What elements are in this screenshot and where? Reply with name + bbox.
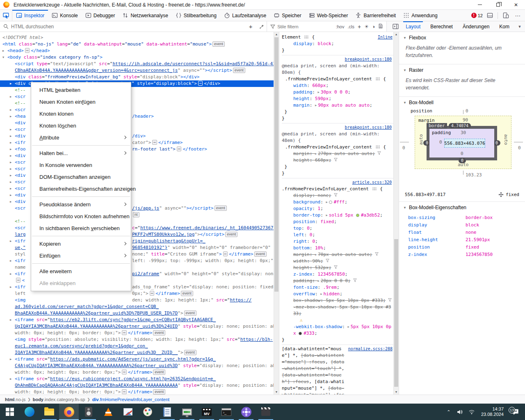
color-swatch[interactable] [329,201,332,204]
menu-item-create-new-node[interactable]: Neuen Knoten einfügen [31,96,131,108]
event-badge[interactable]: event [212,41,225,47]
expand-twisty-icon[interactable]: ▶ [10,376,15,382]
event-badge[interactable]: event [233,68,245,73]
sidebar-tab-berechnet[interactable]: Berechnet [425,21,458,32]
tree-node-row[interactable]: left0px;">⋯</iframe>event [0,290,279,297]
sidebar-tab-layout[interactable]: Layout [401,21,425,32]
expand-twisty-icon[interactable]: ▶ [10,113,15,120]
box-model-property-row[interactable]: floatnone [408,229,525,236]
rule-selector[interactable]: .frnHomePreviewInfoLayer_content { [282,186,393,192]
menu-item-copy[interactable]: Kopieren [31,238,131,250]
padding-region[interactable]: padding 30 0 0 0 556.883×463.076 [429,129,494,158]
expand-twisty-icon[interactable]: ▶ [10,271,15,277]
menu-item-edit-html[interactable]: HTML bearbeiten [31,84,131,96]
menu-item-screenshot-node[interactable]: Bildschirmfoto von Knoten aufnehmen [31,210,131,222]
markup-scrollbar[interactable]: ▲ ▼ [274,32,279,395]
audio-player-icon[interactable] [79,404,98,420]
tab-memory[interactable]: Speicher [270,10,305,21]
notepad-icon[interactable] [158,404,177,420]
restore-button[interactable] [489,0,507,10]
expand-twisty-icon[interactable]: ▶ [10,146,15,153]
css-declaration[interactable]: -moz-box-shadow: 5px 5px 10px 0px #333; [282,304,393,317]
eyedropper-button[interactable] [256,22,267,32]
event-badge[interactable]: nt [133,212,139,217]
menu-item-collapse-all[interactable]: Alle einklappen [31,277,131,289]
rule-selector[interactable]: .frnHomePreviewInfoLayer_content { [282,76,393,82]
tree-node-row[interactable]: ▶<iframe src="https://ads.pubmatic.com/A… [0,356,279,363]
menu-item-delete-node[interactable]: Knoten löschen [31,120,131,132]
rule-source-link[interactable]: break­point.scss:180 [345,125,392,130]
event-badge[interactable]: event [184,350,196,355]
filter-property-icon[interactable] [326,258,329,265]
padding-top-value[interactable]: 30 [461,130,466,135]
paint-icon[interactable] [138,404,158,420]
filter-property-icon[interactable] [353,278,357,284]
system-monitor-icon[interactable] [177,404,197,420]
event-badge[interactable]: event [215,205,227,211]
expand-twisty-icon[interactable]: ▶ [10,185,15,192]
border-bottom-value[interactable]: 0 [459,158,466,163]
margin-left-value[interactable]: auto [418,134,424,145]
three-pane-toggle-button[interactable] [390,22,401,32]
menu-item-break-on[interactable]: Halten bei... [31,147,131,159]
add-node-button[interactable]: + [245,22,256,32]
tree-node-row[interactable]: CBhaAEAXoB44A.YAAAAAAAAAAA&gdpr_version=… [0,67,279,74]
tab-styleeditor[interactable]: Stilbearbeitung [172,10,220,21]
pick-element-button[interactable] [0,10,12,21]
margin-region[interactable]: margin 90 auto auto auto border 4.74074 … [415,116,511,169]
boxmodel-properties-header[interactable]: ▼ Box-Modell-Eigenschaften [399,201,525,213]
menu-item-show-accessibility-properties[interactable]: Barrierefreiheits-Eigenschaften anzeigen [31,183,131,195]
menu-item-show-dom-properties[interactable]: DOM-Eigenschaften anzeigen [31,171,131,183]
padding-bottom-value[interactable]: 0 [461,151,463,156]
css-declaration[interactable]: font-size: .9rem; [282,284,393,291]
rules-scrollbar[interactable]: ▲ ▼ [393,32,399,395]
taskbar-clock[interactable]: 14:37 23.08.2024 [478,406,507,417]
notification-center-button[interactable]: 13 [508,409,523,415]
expand-twisty-icon[interactable]: ▶ [10,258,15,264]
tab-debugger[interactable]: Debugger [82,10,119,21]
position-left-value[interactable]: 0 [402,145,405,151]
color-swatch[interactable] [299,332,302,335]
css-declaration[interactable]: -webkit-box-shadow: ▶5px 5px 10px 0px #3… [282,324,393,337]
position-right-value[interactable]: 0 [518,145,521,151]
tab-accessibility[interactable]: Barrierefreiheit [352,10,399,21]
filter-property-icon[interactable] [377,151,381,157]
collapsed-children-badge[interactable]: ⋯ [152,140,157,145]
tree-node-row[interactable]: width: 0px; height: 0px; border: 0px;">⋯… [0,389,279,395]
event-badge[interactable]: event [153,370,165,375]
rule-selector[interactable]: Element { [282,34,375,41]
filter-property-icon[interactable] [388,297,392,304]
css-declaration[interactable]: margin: ▶90px auto auto auto; [282,102,393,109]
expand-twisty-icon[interactable]: ▶ [10,192,15,199]
movie-app-icon[interactable] [256,404,276,420]
css-declaration[interactable]: left: 0; [282,232,393,238]
tree-node-row[interactable]: <div class="frnHomePreviewInfoLayer_bg" … [0,74,279,80]
expand-twisty-icon[interactable]: ▶ [10,356,15,363]
menu-item-scroll-into-view[interactable]: In sichtbaren Bereich verschieben [31,222,131,234]
tree-node-row[interactable]: ad.360yield.com/server_match?gdpr=1&gdpr… [0,304,279,310]
content-region[interactable]: 556.883×463.076 [444,139,485,148]
sidebar-tab-kom[interactable]: Kom [494,21,514,32]
css-declaration[interactable]: box-shadow: 5px 5px 10px 0px #333; [282,297,393,304]
collapsed-children-badge[interactable]: ⋯ [122,370,126,374]
flexbox-section-header[interactable]: ▼ Flexbox [399,32,525,43]
tree-node-row[interactable]: <html class="no-js" lang="de" data-whati… [0,41,279,48]
box-model-property-row[interactable]: displayblock [408,221,525,229]
rule-selector[interactable]: [data-whatintent="mouse"] *, [data-whati… [282,346,346,395]
tab-storage[interactable]: Web-Speicher [305,10,352,21]
edge-icon[interactable] [20,404,39,420]
toggle-pseudo-class-button[interactable]: :hov [334,24,346,29]
expand-twisty-icon[interactable]: ▶ [10,80,15,87]
position-top-value[interactable]: 0 [466,108,468,114]
css-declaration[interactable]: height: 660px; [282,157,393,164]
responsive-design-button[interactable] [500,11,511,21]
breadcrumb-item-div[interactable]: div.frnHomePreviewInfoLayer_content [91,397,171,402]
css-declaration[interactable]: padding: ▶30px 0 0 0; [282,89,393,96]
css-declaration[interactable]: display: none; [282,192,393,199]
menu-item-use-in-console[interactable]: In Konsole verwenden [31,159,131,171]
collapsed-children-badge[interactable]: ⋯ [177,146,181,151]
collapsed-children-badge[interactable]: ⋯ [122,330,126,335]
firefox-icon[interactable] [59,404,79,420]
rule-selector[interactable]: .frnHomePreviewInfoLayer_content { [282,144,393,151]
box-model-property-row[interactable]: box-sizingborder-box [408,214,525,221]
